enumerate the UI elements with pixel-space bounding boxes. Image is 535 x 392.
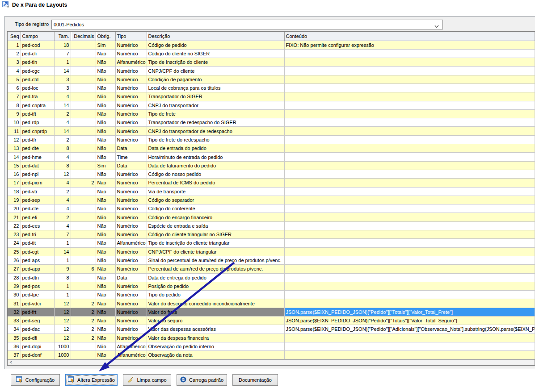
- cell-tam[interactable]: 2: [54, 187, 71, 196]
- cell-tipo[interactable]: Numérico: [115, 204, 147, 213]
- cell-conteudo[interactable]: JSON.parse($EIXN_PEDIDO_JSON)["Pedido"][…: [284, 317, 535, 325]
- cell-conteudo[interactable]: [284, 187, 535, 196]
- cell-descricao[interactable]: Condição de pagamento: [147, 75, 284, 83]
- column-header-descricao[interactable]: Descrição: [147, 32, 284, 41]
- cell-descricao[interactable]: Valor das despesas acessórias: [147, 325, 284, 334]
- cell-tipo[interactable]: Numérico: [115, 170, 147, 178]
- cell-conteudo[interactable]: [284, 204, 535, 213]
- cell-decimais[interactable]: [71, 170, 96, 178]
- table-row[interactable]: 6ped-loc3NãoNuméricoLocal de cobrança pa…: [8, 83, 535, 92]
- cell-conteudo[interactable]: [284, 144, 535, 153]
- cell-descricao[interactable]: Código do separador: [147, 196, 284, 204]
- cell-tam[interactable]: 4: [54, 221, 71, 230]
- cell-tam[interactable]: 7: [54, 230, 71, 239]
- cell-decimais[interactable]: [71, 342, 96, 350]
- cell-campo[interactable]: ped-aps: [21, 256, 54, 264]
- cell-decimais[interactable]: [71, 101, 96, 109]
- cell-descricao[interactable]: Tipo de inscrição do cliente triangular: [147, 239, 284, 247]
- cell-tam[interactable]: 1: [54, 239, 71, 247]
- configuracao-button[interactable]: Configuração: [11, 374, 60, 386]
- cell-decimais[interactable]: [71, 118, 96, 127]
- cell-tam[interactable]: 14: [54, 247, 71, 256]
- cell-conteudo[interactable]: [284, 196, 535, 204]
- cell-tipo[interactable]: Numérico: [115, 291, 147, 299]
- cell-seq[interactable]: 33: [8, 317, 21, 325]
- cell-tipo[interactable]: Alfanumérico: [115, 342, 147, 350]
- cell-obrig[interactable]: Não: [96, 282, 115, 290]
- table-row[interactable]: 9ped-tft2NãoNuméricoTipo de frete: [8, 109, 535, 118]
- cell-obrig[interactable]: Não: [96, 334, 115, 342]
- cell-seq[interactable]: 37: [8, 351, 21, 359]
- cell-obrig[interactable]: Não: [96, 325, 115, 334]
- cell-decimais[interactable]: [71, 161, 96, 170]
- cell-campo[interactable]: ped-donf: [21, 351, 54, 359]
- cell-tam[interactable]: 4: [54, 92, 71, 101]
- cell-conteudo[interactable]: [284, 49, 535, 58]
- cell-descricao[interactable]: Espécie de entrada e saída: [147, 221, 284, 230]
- cell-conteudo[interactable]: [284, 334, 535, 342]
- cell-seq[interactable]: 31: [8, 299, 21, 308]
- table-row[interactable]: 16ped-npi12NãoNuméricoCódigo do nosso pe…: [8, 170, 535, 178]
- cell-tam[interactable]: 3: [54, 83, 71, 92]
- cell-descricao[interactable]: Código do conferente: [147, 204, 284, 213]
- scroll-left-arrow-icon[interactable]: <: [8, 360, 14, 365]
- cell-conteudo[interactable]: [284, 256, 535, 264]
- cell-tipo[interactable]: Numérico: [115, 67, 147, 75]
- cell-decimais[interactable]: [71, 196, 96, 204]
- cell-tam[interactable]: 1: [54, 256, 71, 264]
- table-row[interactable]: 25ped-cgt14NãoNuméricoCNPJ/CPF do client…: [8, 247, 535, 256]
- table-row[interactable]: 33ped-seg122NãoNuméricoValor do seguroJS…: [8, 317, 535, 325]
- cell-obrig[interactable]: Não: [96, 118, 115, 127]
- cell-tam[interactable]: 3: [54, 75, 71, 83]
- cell-seq[interactable]: 22: [8, 221, 21, 230]
- cell-tam[interactable]: 12: [54, 334, 71, 342]
- cell-conteudo[interactable]: [284, 83, 535, 92]
- cell-seq[interactable]: 13: [8, 144, 21, 153]
- cell-campo[interactable]: ped-cgt: [21, 247, 54, 256]
- table-row[interactable]: 10ped-rdp4NãoNuméricoTransportador de re…: [8, 118, 535, 127]
- cell-seq[interactable]: 12: [8, 135, 21, 144]
- cell-tipo[interactable]: Numérico: [115, 49, 147, 58]
- cell-seq[interactable]: 27: [8, 265, 21, 273]
- cell-decimais[interactable]: [71, 282, 96, 290]
- cell-campo[interactable]: ped-cli: [21, 49, 54, 58]
- table-row[interactable]: 8ped-cnptra14NãoNuméricoCNPJ do transpor…: [8, 101, 535, 109]
- cell-campo[interactable]: ped-dopi: [21, 342, 54, 350]
- cell-descricao[interactable]: CNPJ do transportador de redespacho: [147, 127, 284, 135]
- cell-tipo[interactable]: Alfanumérico: [115, 58, 147, 67]
- cell-obrig[interactable]: Não: [96, 170, 115, 178]
- cell-decimais[interactable]: [71, 351, 96, 359]
- cell-seq[interactable]: 32: [8, 308, 21, 316]
- cell-tam[interactable]: 12: [54, 308, 71, 316]
- table-row[interactable]: 20ped-cfe4NãoNuméricoCódigo do conferent…: [8, 204, 535, 213]
- cell-obrig[interactable]: Não: [96, 179, 115, 187]
- cell-decimais[interactable]: [71, 291, 96, 299]
- cell-seq[interactable]: 26: [8, 256, 21, 264]
- cell-decimais[interactable]: [71, 230, 96, 239]
- table-row[interactable]: 37ped-donf1000NãoAlfanuméricoObservação …: [8, 351, 535, 359]
- cell-decimais[interactable]: [71, 41, 96, 49]
- cell-descricao[interactable]: Data de faturamento do pedido: [147, 161, 284, 170]
- cell-obrig[interactable]: Não: [96, 351, 115, 359]
- cell-conteudo[interactable]: [284, 101, 535, 109]
- cell-descricao[interactable]: Hora/minuto de entrada do pedido: [147, 153, 284, 161]
- cell-seq[interactable]: 30: [8, 291, 21, 299]
- cell-campo[interactable]: ped-hme: [21, 153, 54, 161]
- cell-tipo[interactable]: Numérico: [115, 221, 147, 230]
- table-row[interactable]: 14ped-hme4NãoTimeHora/minuto de entrada …: [8, 153, 535, 161]
- cell-seq[interactable]: 4: [8, 67, 21, 75]
- cell-campo[interactable]: ped-cnprdp: [21, 127, 54, 135]
- cell-obrig[interactable]: Não: [96, 127, 115, 135]
- cell-obrig[interactable]: Não: [96, 153, 115, 161]
- cell-campo[interactable]: ped-dac: [21, 325, 54, 334]
- cell-descricao[interactable]: Valor do desconto concedido incondiciona…: [147, 299, 284, 308]
- table-row[interactable]: 17ped-picm42NãoNuméricoPercentual de ICM…: [8, 179, 535, 187]
- cell-tam[interactable]: 7: [54, 49, 71, 58]
- cell-decimais[interactable]: 2: [71, 308, 96, 316]
- cell-seq[interactable]: 3: [8, 58, 21, 67]
- cell-seq[interactable]: 14: [8, 153, 21, 161]
- cell-tam[interactable]: 12: [54, 325, 71, 334]
- cell-campo[interactable]: ped-tra: [21, 92, 54, 101]
- cell-campo[interactable]: ped-pos: [21, 282, 54, 290]
- cell-tam[interactable]: 1000: [54, 342, 71, 350]
